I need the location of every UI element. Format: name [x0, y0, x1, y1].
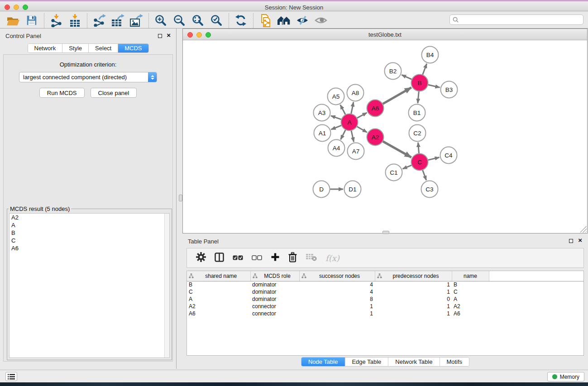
result-list-item[interactable]: B: [10, 229, 169, 237]
column-header-mcds-role[interactable]: MCDS role: [250, 271, 299, 281]
table-cell[interactable]: 1: [375, 310, 452, 317]
result-list-scrollbar[interactable]: [164, 214, 169, 357]
graph-node-A8[interactable]: A8: [347, 85, 364, 101]
graph-node-A5[interactable]: A5: [328, 88, 344, 105]
table-row[interactable]: A6connector11A6: [187, 310, 583, 317]
graph-edge-A-A5[interactable]: [340, 105, 345, 115]
table-settings-button[interactable]: [196, 252, 206, 264]
table-cell[interactable]: B: [452, 281, 489, 288]
table-cell[interactable]: 4: [299, 288, 375, 295]
control-panel-float-icon[interactable]: [158, 34, 162, 38]
mcds-result-list[interactable]: A2ABCA6: [9, 213, 170, 358]
table-cell[interactable]: A6: [187, 310, 250, 317]
graph-edge-A-A6[interactable]: [357, 113, 367, 118]
control-panel-close-icon[interactable]: ×: [167, 31, 171, 39]
graph-node-C4[interactable]: C4: [440, 147, 457, 164]
column-header-predecessor-nodes[interactable]: predecessor nodes: [375, 271, 452, 281]
graph-node-A3[interactable]: A3: [314, 105, 330, 121]
export-network-button[interactable]: [91, 13, 107, 28]
table-cell[interactable]: connector: [250, 310, 299, 317]
import-table-button[interactable]: [67, 13, 82, 28]
table-header-row[interactable]: shared name MCDS role successor nodes: [187, 271, 583, 281]
column-header-shared-name[interactable]: shared name: [187, 271, 250, 281]
graph-node-C2[interactable]: C2: [409, 125, 426, 142]
graph-edge-A-A3[interactable]: [331, 116, 341, 119]
graph-edge-B-B2[interactable]: [402, 75, 411, 79]
graph-node-D1[interactable]: D1: [344, 181, 361, 198]
task-history-button[interactable]: [5, 372, 17, 381]
memory-button[interactable]: Memory: [547, 372, 584, 381]
result-list-item[interactable]: A: [10, 221, 169, 229]
table-cell[interactable]: A2: [187, 303, 250, 310]
column-header-successor-nodes[interactable]: successor nodes: [299, 271, 375, 281]
zoom-selected-button[interactable]: [209, 13, 224, 28]
close-panel-button[interactable]: Close panel: [91, 88, 137, 98]
graph-edge-A-A1[interactable]: [331, 125, 341, 129]
table-cell[interactable]: 1: [375, 303, 452, 310]
graph-node-B2[interactable]: B2: [385, 63, 402, 80]
table-cell[interactable]: dominator: [250, 295, 299, 303]
graph-edge-C-C2[interactable]: [418, 143, 419, 153]
open-session-button[interactable]: [5, 13, 21, 28]
home-networks-button[interactable]: [276, 13, 292, 28]
delete-column-button[interactable]: [288, 252, 297, 264]
graph-node-D[interactable]: D: [313, 181, 330, 198]
save-session-button[interactable]: [24, 13, 39, 28]
search-input[interactable]: [460, 15, 583, 24]
tab-mcds[interactable]: MCDS: [118, 44, 148, 52]
graph-node-B4[interactable]: B4: [422, 47, 439, 63]
result-list-item[interactable]: A6: [10, 244, 169, 252]
tab-motifs[interactable]: Motifs: [440, 357, 469, 366]
network-graph[interactable]: B4B2BB3A8A5A6A3B1AA1C2A2A4A7C4CC1C3DD1: [183, 40, 587, 233]
table-cell[interactable]: A: [452, 295, 489, 303]
node-table[interactable]: shared name MCDS role successor nodes: [186, 271, 584, 356]
graph-node-A4[interactable]: A4: [328, 140, 345, 157]
graph-edge-C-C3[interactable]: [423, 170, 426, 180]
select-all-rows-button[interactable]: [233, 254, 243, 262]
criterion-select[interactable]: largest connected component (directed): [19, 72, 157, 82]
graph-node-C3[interactable]: C3: [421, 181, 438, 198]
graph-node-B1[interactable]: B1: [409, 105, 425, 121]
result-list-item[interactable]: A2: [10, 214, 169, 221]
tab-network-table[interactable]: Network Table: [388, 357, 440, 366]
graph-edge-A-A2[interactable]: [357, 127, 367, 133]
table-cell[interactable]: 8: [299, 295, 375, 303]
horizontal-splitter-grip[interactable]: [382, 231, 389, 234]
graph-node-A[interactable]: A: [341, 114, 358, 131]
table-row[interactable]: Bdominator41B: [187, 281, 583, 288]
tab-network[interactable]: Network: [28, 44, 62, 52]
show-columns-button[interactable]: [215, 253, 224, 264]
graph-node-C[interactable]: C: [411, 154, 428, 171]
graph-node-A1[interactable]: A1: [314, 125, 331, 142]
column-header-name[interactable]: name: [452, 271, 489, 281]
table-row[interactable]: Cdominator41C: [187, 288, 583, 295]
table-cell[interactable]: dominator: [250, 281, 299, 288]
table-row[interactable]: A2connector11A2: [187, 303, 583, 310]
table-cell[interactable]: 1: [299, 303, 375, 310]
refresh-view-button[interactable]: [233, 13, 249, 28]
table-cell[interactable]: A6: [452, 310, 489, 317]
table-cell[interactable]: A: [187, 295, 250, 303]
graph-edge-A6-B[interactable]: [382, 87, 411, 104]
export-table-button[interactable]: [110, 13, 125, 28]
graph-edge-C-C1[interactable]: [402, 165, 411, 169]
table-panel-close-icon[interactable]: ×: [578, 236, 582, 244]
table-cell[interactable]: 0: [375, 295, 452, 303]
table-cell[interactable]: 1: [375, 288, 452, 295]
zoom-out-button[interactable]: [172, 13, 187, 28]
table-cell[interactable]: A2: [452, 303, 489, 310]
tab-node-table[interactable]: Node Table: [301, 357, 345, 366]
graph-node-A7[interactable]: A7: [348, 143, 364, 160]
hide-graphics-button[interactable]: [295, 13, 310, 28]
table-cell[interactable]: 4: [299, 281, 375, 288]
graph-edge-A-A8[interactable]: [351, 102, 354, 114]
zoom-fit-button[interactable]: [190, 13, 206, 28]
add-column-button[interactable]: [271, 253, 280, 263]
table-cell[interactable]: 1: [375, 281, 452, 288]
tab-select[interactable]: Select: [89, 44, 118, 52]
graph-edge-C-C4[interactable]: [428, 157, 439, 160]
vertical-splitter-grip[interactable]: [179, 195, 182, 201]
graph-node-C1[interactable]: C1: [386, 164, 402, 181]
network-canvas[interactable]: B4B2BB3A8A5A6A3B1AA1C2A2A4A7C4CC1C3DD1: [183, 40, 587, 233]
export-image-button[interactable]: [129, 13, 144, 28]
